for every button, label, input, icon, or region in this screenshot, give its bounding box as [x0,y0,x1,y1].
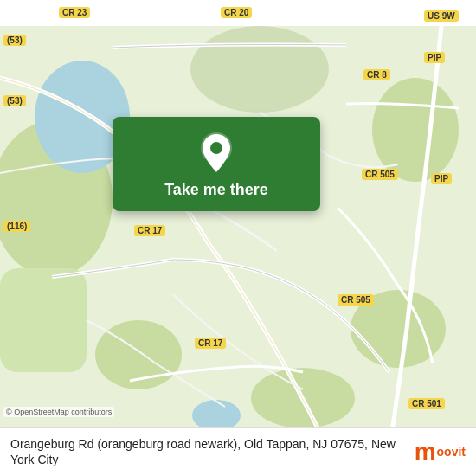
svg-point-7 [190,26,329,113]
svg-point-2 [95,320,182,389]
road-label-cr501: CR 501 [408,398,445,409]
svg-point-11 [210,142,222,154]
road-label-pip1: PIP [424,52,445,63]
moovit-m-letter: m [415,438,436,466]
road-label-n116: (116) [3,221,30,232]
road-label-cr20: CR 20 [221,7,252,18]
moovit-logo: m oovit [415,438,466,466]
road-label-cr17a: CR 17 [134,225,165,236]
road-label-cr8: CR 8 [363,69,390,80]
bottom-bar: Orangeburg Rd (orangeburg road newark), … [0,427,476,476]
svg-point-6 [372,78,459,182]
osm-attribution: © OpenStreetMap contributors [3,407,114,417]
take-me-there-button[interactable]: Take me there [113,117,320,211]
svg-point-1 [0,121,113,277]
road-label-us9w: US 9W [424,10,459,22]
road-label-cr505b: CR 505 [338,294,374,306]
road-label-n53a: (53) [3,35,26,46]
svg-point-3 [251,368,355,428]
road-label-cr17b: CR 17 [195,338,226,349]
road-label-cr23: CR 23 [59,7,90,18]
map-container: CR 23CR 20US 9WPIPCR 8(53)(53)CR 505PIPC… [0,0,476,476]
button-label: Take me there [164,181,268,199]
svg-rect-0 [0,26,476,450]
road-label-n53b: (53) [3,95,26,106]
svg-rect-5 [0,268,87,372]
address-text: Orangeburg Rd (orangeburg road newark), … [10,436,406,467]
location-pin-icon [199,132,234,174]
road-label-cr505a: CR 505 [362,169,398,180]
road-label-pip2: PIP [431,173,452,184]
moovit-wordmark: oovit [437,445,466,459]
